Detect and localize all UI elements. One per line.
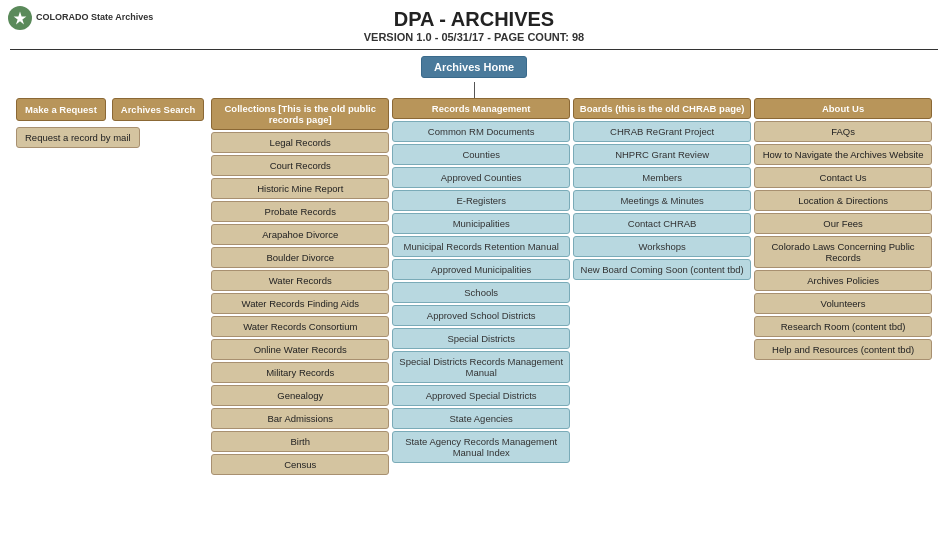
collections-item-0[interactable]: Legal Records bbox=[211, 132, 389, 153]
make-request-node[interactable]: Make a Request bbox=[16, 98, 106, 121]
archives-home-node[interactable]: Archives Home bbox=[421, 56, 527, 78]
archives-search-node[interactable]: Archives Search bbox=[112, 98, 204, 121]
records-item-4[interactable]: Municipalities bbox=[392, 213, 570, 234]
boards-branch: Boards (this is the old CHRAB page) CHRA… bbox=[573, 98, 751, 282]
records-item-11[interactable]: Approved Special Districts bbox=[392, 385, 570, 406]
collections-item-1[interactable]: Court Records bbox=[211, 155, 389, 176]
about-item-1[interactable]: How to Navigate the Archives Website bbox=[754, 144, 932, 165]
about-item-0[interactable]: FAQs bbox=[754, 121, 932, 142]
collections-item-11[interactable]: Genealogy bbox=[211, 385, 389, 406]
collections-item-6[interactable]: Water Records bbox=[211, 270, 389, 291]
collections-item-8[interactable]: Water Records Consortium bbox=[211, 316, 389, 337]
records-item-12[interactable]: State Agencies bbox=[392, 408, 570, 429]
about-branch: About Us FAQs How to Navigate the Archiv… bbox=[754, 98, 932, 362]
root-row: Archives Home bbox=[0, 56, 948, 78]
collections-item-10[interactable]: Military Records bbox=[211, 362, 389, 383]
boards-item-6[interactable]: New Board Coming Soon (content tbd) bbox=[573, 259, 751, 280]
collections-item-3[interactable]: Probate Records bbox=[211, 201, 389, 222]
about-item-3[interactable]: Location & Directions bbox=[754, 190, 932, 211]
boards-item-3[interactable]: Meetings & Minutes bbox=[573, 190, 751, 211]
about-item-8[interactable]: Research Room (content tbd) bbox=[754, 316, 932, 337]
collections-item-13[interactable]: Birth bbox=[211, 431, 389, 452]
boards-item-2[interactable]: Members bbox=[573, 167, 751, 188]
collections-item-12[interactable]: Bar Admissions bbox=[211, 408, 389, 429]
request-by-mail-node[interactable]: Request a record by mail bbox=[16, 127, 140, 148]
records-item-6[interactable]: Approved Municipalities bbox=[392, 259, 570, 280]
about-item-7[interactable]: Volunteers bbox=[754, 293, 932, 314]
logo-area: COLORADO State Archives bbox=[8, 6, 153, 30]
about-item-4[interactable]: Our Fees bbox=[754, 213, 932, 234]
records-item-5[interactable]: Municipal Records Retention Manual bbox=[392, 236, 570, 257]
records-item-1[interactable]: Counties bbox=[392, 144, 570, 165]
collections-item-9[interactable]: Online Water Records bbox=[211, 339, 389, 360]
main-branch-row: Make a Request Archives Search Request a… bbox=[8, 98, 940, 477]
root-vline bbox=[474, 82, 475, 98]
records-mgmt-branch: Records Management Common RM Documents C… bbox=[392, 98, 570, 465]
collections-item-14[interactable]: Census bbox=[211, 454, 389, 475]
boards-item-5[interactable]: Workshops bbox=[573, 236, 751, 257]
header-divider bbox=[10, 49, 938, 50]
boards-item-4[interactable]: Contact CHRAB bbox=[573, 213, 751, 234]
top-left-nodes: Make a Request Archives Search bbox=[16, 98, 204, 123]
records-item-9[interactable]: Special Districts bbox=[392, 328, 570, 349]
root-vline-container bbox=[0, 82, 948, 98]
boards-header[interactable]: Boards (this is the old CHRAB page) bbox=[573, 98, 751, 119]
about-item-9[interactable]: Help and Resources (content tbd) bbox=[754, 339, 932, 360]
about-item-2[interactable]: Contact Us bbox=[754, 167, 932, 188]
left-side-column: Make a Request Archives Search Request a… bbox=[16, 98, 204, 150]
collections-item-2[interactable]: Historic Mine Report bbox=[211, 178, 389, 199]
app-subtitle: VERSION 1.0 - 05/31/17 - PAGE COUNT: 98 bbox=[0, 31, 948, 43]
about-item-6[interactable]: Archives Policies bbox=[754, 270, 932, 291]
boards-item-1[interactable]: NHPRC Grant Review bbox=[573, 144, 751, 165]
records-item-13[interactable]: State Agency Records Management Manual I… bbox=[392, 431, 570, 463]
collections-item-7[interactable]: Water Records Finding Aids bbox=[211, 293, 389, 314]
boards-item-0[interactable]: CHRAB ReGrant Project bbox=[573, 121, 751, 142]
collections-branch: Collections [This is the old public reco… bbox=[211, 98, 389, 477]
about-item-5[interactable]: Colorado Laws Concerning Public Records bbox=[754, 236, 932, 268]
records-item-8[interactable]: Approved School Districts bbox=[392, 305, 570, 326]
records-item-10[interactable]: Special Districts Records Management Man… bbox=[392, 351, 570, 383]
about-header[interactable]: About Us bbox=[754, 98, 932, 119]
h-branch-container: Make a Request Archives Search Request a… bbox=[8, 98, 940, 477]
records-mgmt-header[interactable]: Records Management bbox=[392, 98, 570, 119]
records-item-3[interactable]: E-Registers bbox=[392, 190, 570, 211]
records-item-0[interactable]: Common RM Documents bbox=[392, 121, 570, 142]
logo-icon bbox=[8, 6, 32, 30]
records-item-2[interactable]: Approved Counties bbox=[392, 167, 570, 188]
records-item-7[interactable]: Schools bbox=[392, 282, 570, 303]
collections-header[interactable]: Collections [This is the old public reco… bbox=[211, 98, 389, 130]
collections-item-4[interactable]: Arapahoe Divorce bbox=[211, 224, 389, 245]
logo-text: COLORADO State Archives bbox=[36, 13, 153, 23]
collections-item-5[interactable]: Boulder Divorce bbox=[211, 247, 389, 268]
